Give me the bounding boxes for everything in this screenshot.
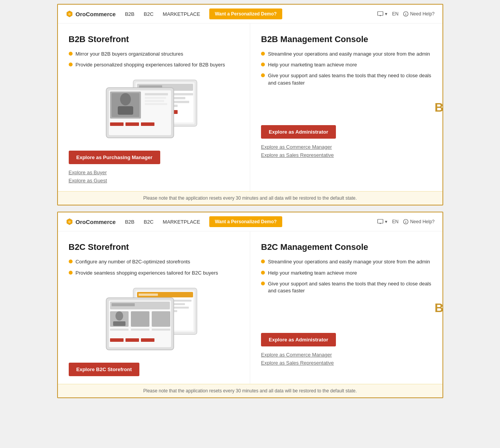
- svg-rect-64: [125, 338, 139, 342]
- b2b-console-text-1: Streamline your operations and easily ma…: [268, 51, 430, 58]
- b2b-nav: O OroCommerce B2B B2C MARKETPLACE Want a…: [58, 5, 442, 24]
- b2b-storefront-image-container: [69, 76, 241, 144]
- device-selector[interactable]: ▾: [377, 11, 387, 17]
- device-icon: [377, 11, 383, 17]
- b2b-label: B2B: [434, 100, 443, 115]
- b2c-nav-links: B2B B2C MARKETPLACE Want a Personalized …: [125, 216, 368, 227]
- b2c-storefront-bullets: Configure any number of B2C-optimized st…: [69, 258, 241, 276]
- b2c-bullet-2: Provide seamless shopping experiences ta…: [69, 270, 241, 277]
- b2c-nav-b2c-link[interactable]: B2C: [144, 219, 153, 225]
- b2c-bullet-dot-c2: [261, 271, 265, 275]
- b2b-logo: O OroCommerce: [66, 10, 116, 18]
- oro-logo-icon: O: [66, 10, 73, 18]
- b2c-notice: Please note that the application resets …: [58, 384, 442, 397]
- help-link[interactable]: i Need Help?: [403, 11, 434, 17]
- b2b-storefront-bullets: Mirror your B2B buyers organizational st…: [69, 51, 241, 68]
- svg-rect-43: [139, 294, 158, 296]
- b2c-body: B2C Storefront Configure any number of B…: [58, 231, 442, 384]
- svg-rect-24: [118, 106, 133, 115]
- bullet-dot-1: [69, 52, 73, 56]
- b2b-explore-admin-button[interactable]: Explore as Administrator: [261, 125, 336, 139]
- b2c-nav-b2b-link[interactable]: B2B: [125, 219, 135, 225]
- b2c-bullet-dot-2: [69, 271, 73, 275]
- b2c-console-bullet-2: Help your marketing team achieve more: [261, 270, 433, 277]
- b2b-console-text-3: Give your support and sales teams the to…: [268, 72, 433, 86]
- svg-text:i: i: [405, 220, 407, 224]
- explore-b2c-storefront-button[interactable]: Explore B2C Storefront: [69, 363, 140, 376]
- b2c-console-bullet-3: Give your support and sales teams the to…: [261, 280, 433, 294]
- b2b-console-title: B2B Management Console: [261, 34, 433, 44]
- b2c-storefront-image-container: [69, 284, 241, 356]
- b2c-label: B2C: [434, 300, 443, 315]
- nav-demo-button[interactable]: Want a Personalized Demo?: [209, 8, 282, 19]
- b2c-storefront: B2C Storefront Configure any number of B…: [58, 231, 251, 384]
- b2c-sales-rep-link[interactable]: Explore as Sales Representative: [261, 360, 433, 366]
- b2b-sales-rep-link[interactable]: Explore as Sales Representative: [261, 152, 433, 158]
- b2b-storefront-links: Explore as Buyer Explore as Guest: [69, 170, 241, 183]
- explore-guest-link[interactable]: Explore as Guest: [69, 178, 241, 183]
- b2b-console-bullet-1: Streamline your operations and easily ma…: [261, 51, 433, 58]
- svg-rect-62: [152, 329, 170, 331]
- b2b-commerce-manager-link[interactable]: Explore as Commerce Manager: [261, 144, 433, 150]
- svg-rect-26: [145, 97, 166, 99]
- svg-point-58: [115, 311, 123, 321]
- b2b-bullet-2: Provide personalized shopping experience…: [69, 61, 241, 68]
- b2c-commerce-manager-link[interactable]: Explore as Commerce Manager: [261, 352, 433, 358]
- svg-rect-59: [113, 321, 125, 326]
- bullet-dot-c2: [261, 63, 265, 66]
- info-icon: i: [403, 11, 408, 17]
- explore-purchasing-manager-button[interactable]: Explore as Purchasing Manager: [69, 151, 160, 164]
- b2c-notice-text: Please note that the application resets …: [143, 388, 357, 394]
- svg-text:O: O: [68, 221, 71, 223]
- b2c-console-bullets: Streamline your operations and easily ma…: [261, 258, 433, 294]
- b2c-bullet-text-1: Configure any number of B2C-optimized st…: [76, 258, 190, 265]
- b2b-console-text-2: Help your marketing team achieve more: [268, 61, 357, 68]
- b2c-device-selector[interactable]: ▾: [377, 219, 387, 224]
- language-selector[interactable]: EN: [392, 11, 398, 17]
- b2c-section: O OroCommerce B2B B2C MARKETPLACE Want a…: [57, 212, 443, 398]
- b2c-console-links: Explore as Commerce Manager Explore as S…: [261, 352, 433, 366]
- svg-rect-2: [378, 12, 383, 15]
- svg-point-23: [120, 93, 131, 105]
- b2b-nav-right: ▾ EN i Need Help?: [377, 11, 434, 17]
- help-text: Need Help?: [410, 11, 434, 17]
- bullet-dot-c3: [261, 73, 265, 77]
- svg-text:O: O: [68, 13, 71, 15]
- svg-text:i: i: [405, 12, 407, 16]
- svg-rect-56: [131, 311, 149, 327]
- explore-buyer-link[interactable]: Explore as Buyer: [69, 170, 241, 175]
- nav-marketplace-link[interactable]: MARKETPLACE: [163, 11, 200, 17]
- b2c-console-title: B2C Management Console: [261, 242, 433, 252]
- b2c-info-icon: i: [403, 219, 408, 224]
- nav-b2b-link[interactable]: B2B: [125, 11, 135, 17]
- b2c-device-icon: [377, 219, 383, 224]
- svg-rect-57: [152, 311, 170, 327]
- b2c-console: B2C Management Console Streamline your o…: [250, 231, 442, 384]
- b2c-bullet-text-2: Provide seamless shopping experiences ta…: [76, 270, 218, 277]
- b2b-storefront-title: B2B Storefront: [69, 34, 241, 44]
- b2c-language-selector[interactable]: EN: [392, 219, 398, 224]
- svg-rect-27: [145, 100, 164, 102]
- svg-rect-61: [131, 329, 149, 331]
- logo-text: OroCommerce: [76, 11, 116, 17]
- svg-rect-63: [110, 338, 124, 342]
- b2c-nav-marketplace-link[interactable]: MARKETPLACE: [163, 219, 200, 225]
- b2c-help-text: Need Help?: [410, 219, 434, 224]
- b2b-console-links: Explore as Commerce Manager Explore as S…: [261, 144, 433, 158]
- b2b-body: B2B Storefront Mirror your B2B buyers or…: [58, 24, 442, 191]
- svg-rect-60: [110, 329, 129, 331]
- nav-b2c-link[interactable]: B2C: [144, 11, 153, 17]
- svg-rect-31: [141, 122, 154, 126]
- svg-rect-29: [110, 122, 124, 126]
- b2c-nav-demo-button[interactable]: Want a Personalized Demo?: [209, 216, 282, 227]
- b2c-console-bullet-1: Streamline your operations and easily ma…: [261, 258, 433, 265]
- bullet-dot-c1: [261, 52, 265, 56]
- b2c-help-link[interactable]: i Need Help?: [403, 219, 434, 224]
- b2b-bullet-1: Mirror your B2B buyers organizational st…: [69, 51, 241, 58]
- b2b-storefront-mockup: [102, 76, 207, 144]
- b2c-explore-admin-button[interactable]: Explore as Administrator: [261, 333, 336, 346]
- b2b-bullet-text-1: Mirror your B2B buyers organizational st…: [76, 51, 183, 58]
- b2c-bullet-dot-c3: [261, 282, 265, 285]
- svg-rect-65: [141, 338, 154, 342]
- b2b-console-bullets: Streamline your operations and easily ma…: [261, 51, 433, 87]
